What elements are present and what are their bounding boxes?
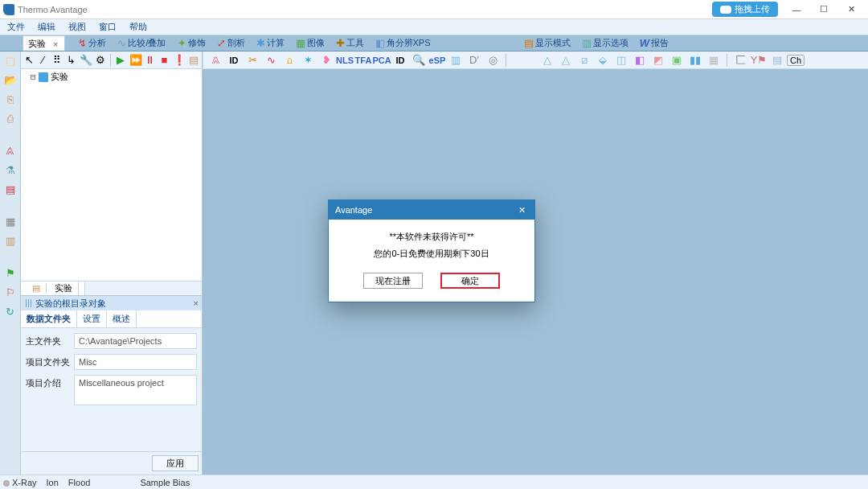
menu-view[interactable]: 视图	[63, 19, 92, 35]
mt-axis-icon[interactable]: ⼕	[733, 53, 747, 68]
tool-dots-icon[interactable]: ⠿	[51, 53, 63, 68]
mt-ch7-icon[interactable]: ◩	[651, 53, 665, 68]
prop-tab-overview[interactable]: 概述	[107, 310, 137, 327]
menu-file[interactable]: 文件	[2, 19, 31, 35]
tab-display-opts[interactable]: ▥显示选项	[577, 35, 633, 51]
vstrip-new-icon[interactable]: ▢	[3, 53, 18, 68]
tab-analysis[interactable]: ↯分析	[73, 35, 111, 51]
tree-twisty-icon[interactable]: ⊟	[31, 72, 36, 82]
tab-report[interactable]: W报告	[635, 35, 674, 51]
mt-tfa-button[interactable]: TFA	[356, 53, 371, 68]
panel-grip-icon[interactable]	[26, 299, 32, 307]
properties-close-icon[interactable]: ×	[194, 298, 199, 308]
menu-window[interactable]: 窗口	[93, 19, 122, 35]
main-canvas[interactable]	[203, 69, 868, 475]
mt-y-icon[interactable]: Y⚑	[751, 53, 766, 68]
maximize-button[interactable]: ☐	[810, 1, 837, 18]
mt-id-label: ID	[230, 55, 239, 65]
mt-ch6-icon[interactable]: ◧	[633, 53, 647, 68]
close-button[interactable]: ✕	[837, 1, 865, 18]
mt-cross-icon[interactable]: ✶	[301, 53, 315, 68]
main-folder-field[interactable]: C:\Avantage\Projects	[74, 333, 197, 349]
tool-alert-icon[interactable]: ❗	[173, 53, 186, 68]
vstrip-chem-icon[interactable]: ⚗	[3, 162, 18, 177]
vstrip-table-icon[interactable]: ▥	[3, 233, 18, 248]
cloud-upload-button[interactable]: 拖拽上传	[712, 2, 778, 17]
dialog-close-icon[interactable]: ✕	[515, 205, 528, 216]
tab-close-icon[interactable]: ×	[53, 39, 58, 49]
tool-play-icon[interactable]: ▶	[115, 53, 126, 68]
mt-id-button[interactable]: ID	[227, 53, 241, 68]
mt-ch-button[interactable]: Ch	[788, 53, 803, 68]
tool-branch-icon[interactable]: ↳	[65, 53, 76, 68]
tab-compare[interactable]: ∿比较/叠加	[113, 35, 170, 51]
tab-calc[interactable]: ✱计算	[252, 35, 289, 51]
mt-ribbon-icon[interactable]: ❥	[319, 53, 334, 68]
vstrip-sync-icon[interactable]: ↻	[3, 304, 18, 318]
prop-tab-settings[interactable]: 设置	[77, 310, 107, 327]
vstrip-untag-icon[interactable]: ⚐	[3, 285, 18, 299]
vstrip-clip-icon[interactable]: ⎙	[3, 111, 18, 125]
register-button[interactable]: 现在注册	[363, 273, 423, 289]
apply-button[interactable]: 应用	[152, 455, 199, 471]
mt-table2-icon[interactable]: ▤	[770, 53, 784, 68]
vstrip-open-icon[interactable]: 📂	[3, 72, 18, 87]
tool-pause-icon[interactable]: ⏸	[145, 53, 156, 68]
tab-image[interactable]: ▦图像	[291, 35, 330, 51]
tab-analysis-label: 分析	[88, 37, 106, 49]
mt-esp-button[interactable]: eSP	[430, 53, 444, 68]
mt-target-icon[interactable]: ◎	[485, 53, 500, 68]
tree-root[interactable]: ⊟ 实验	[21, 69, 202, 84]
tool-sheet-icon[interactable]: ▤	[188, 53, 199, 68]
mt-bell-icon[interactable]: ⩍	[282, 53, 297, 68]
tool-line-icon[interactable]: ∕	[37, 53, 48, 68]
mt-ch2-icon[interactable]: △	[559, 53, 573, 68]
tab-decorate[interactable]: ✦修饰	[173, 35, 211, 51]
menu-edit[interactable]: 编辑	[32, 19, 61, 35]
vstrip-peak-icon[interactable]: ⩓	[3, 143, 18, 158]
vstrip-stack-icon[interactable]: ▤	[3, 182, 18, 196]
mt-d-icon[interactable]: D′	[467, 53, 481, 68]
ok-button[interactable]: 确定	[440, 273, 500, 289]
mt-ch4-icon[interactable]: ⬙	[596, 53, 610, 68]
vstrip-grid-icon[interactable]: ▦	[3, 214, 18, 228]
vstrip-tag-icon[interactable]: ⚑	[3, 265, 18, 280]
tool-cursor-icon[interactable]: ↖	[23, 53, 35, 68]
tab-display-mode-label: 显示模式	[535, 37, 571, 49]
prop-tab-data[interactable]: 数据文件夹	[21, 310, 77, 327]
mt-scissors-icon[interactable]: ✂	[245, 53, 260, 68]
tool-stop-icon[interactable]: ■	[158, 53, 170, 68]
image-icon: ▦	[296, 38, 305, 48]
vstrip-copy-icon[interactable]: ⎘	[3, 92, 18, 106]
mt-id2-button[interactable]: ID	[393, 53, 407, 68]
mt-ch5-icon[interactable]: ◫	[614, 53, 628, 68]
tool-fwd-icon[interactable]: ⏩	[129, 53, 142, 68]
mt-nls-button[interactable]: NLS	[338, 53, 352, 68]
tab-arxps[interactable]: ◧角分辨XPS	[371, 35, 436, 51]
tab-tools[interactable]: ✚工具	[331, 35, 369, 51]
tab-display-mode[interactable]: ▤显示模式	[519, 35, 575, 51]
project-folder-field[interactable]: Misc	[74, 354, 197, 370]
tab-experiment[interactable]: 实验 ×	[23, 35, 65, 51]
project-folder-label: 项目文件夹	[26, 354, 74, 368]
mt-grid-icon[interactable]: ▦	[706, 53, 721, 68]
mt-bars-icon[interactable]: ▥	[448, 53, 463, 68]
mt-ch8-icon[interactable]: ▣	[669, 53, 684, 68]
project-desc-field[interactable]: Miscellaneous project	[74, 375, 197, 405]
mt-ch3-icon[interactable]: ⧄	[577, 53, 592, 68]
mt-barchart-icon[interactable]: ▮▮	[688, 53, 702, 68]
tab-profile[interactable]: ⤢剖析	[212, 35, 250, 51]
mt-pca-button[interactable]: PCA	[375, 53, 389, 68]
mini-tab-experiment[interactable]: ▤实验	[21, 281, 85, 295]
mt-search-icon[interactable]: 🔍	[411, 53, 426, 68]
minimize-button[interactable]: —	[783, 1, 810, 18]
mt-curve-icon[interactable]: ∿	[264, 53, 278, 68]
mt-peak-icon[interactable]: ⩓	[208, 53, 223, 68]
status-xray-dot-icon	[3, 480, 10, 487]
calc-icon: ✱	[256, 38, 265, 48]
menu-help[interactable]: 帮助	[124, 19, 153, 35]
tool-wrench-icon[interactable]: 🔧	[80, 53, 92, 68]
tool-gear-icon[interactable]: ⚙	[95, 53, 106, 68]
mt-ch1-icon[interactable]: △	[540, 53, 555, 68]
experiment-tree[interactable]: ⊟ 实验	[21, 69, 202, 281]
